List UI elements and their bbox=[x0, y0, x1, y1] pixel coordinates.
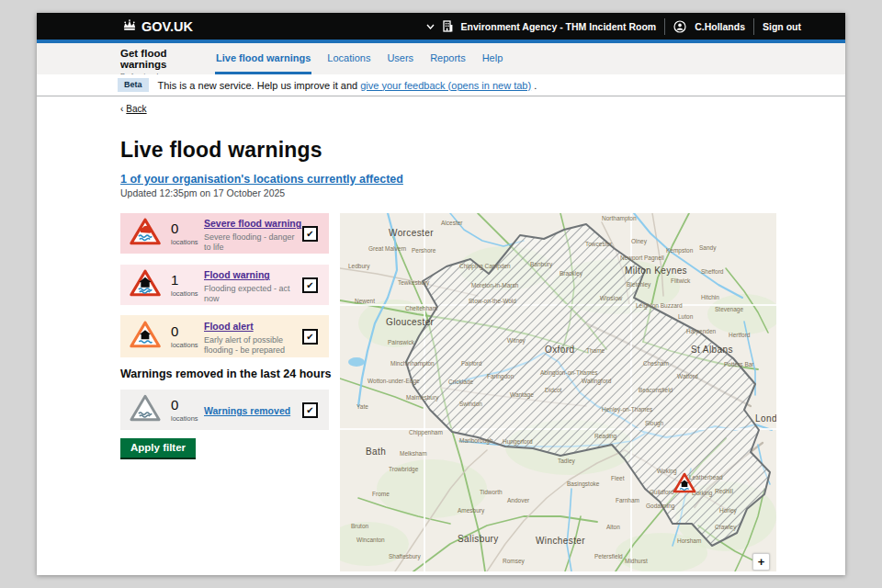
tab-users[interactable]: Users bbox=[386, 43, 414, 74]
tab-reports[interactable]: Reports bbox=[429, 43, 467, 74]
map-town-label: Minchinhampton bbox=[390, 360, 435, 368]
flood-alert-link[interactable]: Flood alert bbox=[204, 321, 254, 332]
tab-locations[interactable]: Locations bbox=[326, 43, 371, 74]
map-town-label: Wotton-under-Edge bbox=[368, 378, 420, 385]
severe-filter-checkbox[interactable]: ✔ bbox=[302, 226, 318, 242]
apply-filter-button[interactable]: Apply filter bbox=[120, 438, 196, 458]
header-divider bbox=[664, 18, 665, 35]
removed-count: 0 bbox=[171, 397, 178, 413]
map-town-label: Fleet bbox=[611, 475, 625, 481]
warnings-removed-link[interactable]: Warnings removed bbox=[204, 405, 290, 416]
chevron-down-icon[interactable] bbox=[426, 24, 435, 29]
alert-filter-checkbox[interactable]: ✔ bbox=[302, 329, 318, 345]
map-town-label: Crawley bbox=[715, 524, 737, 531]
map-town-label: Godalming bbox=[646, 503, 675, 510]
map-zoom-in-button[interactable]: + bbox=[752, 553, 770, 571]
map-city-label: St Albans bbox=[691, 345, 733, 355]
map-town-label: Malmesbury bbox=[406, 394, 439, 401]
updated-timestamp: Updated 12:35pm on 17 October 2025 bbox=[120, 187, 285, 198]
map-town-label: Redhill bbox=[715, 488, 733, 494]
map-town-label: Farnham bbox=[616, 497, 639, 503]
removed-filter-checkbox[interactable]: ✔ bbox=[302, 402, 318, 418]
tab-help[interactable]: Help bbox=[481, 43, 504, 74]
map-town-label: Alcester bbox=[441, 220, 463, 226]
phase-banner: Beta This is a new service. Help us impr… bbox=[37, 74, 845, 96]
flood-map[interactable]: AlcesterGreat MalvernPershoreLedburyTewk… bbox=[340, 213, 776, 571]
map-town-label: Newport Pagnell bbox=[620, 254, 664, 262]
map-town-label: Moreton-in-Marsh bbox=[471, 282, 519, 288]
map-town-label: Great Malvern bbox=[368, 245, 407, 252]
govuk-logo[interactable]: GOV.UK bbox=[122, 19, 193, 34]
map-town-label: Amesbury bbox=[458, 507, 485, 514]
map-city-label: Bath bbox=[366, 447, 386, 457]
alert-count: 0 bbox=[171, 323, 178, 339]
severe-description: Severe flooding - danger to life bbox=[204, 232, 296, 252]
map-town-label: Thame bbox=[586, 347, 605, 354]
map-city-label: Salisbury bbox=[458, 534, 499, 544]
map-town-label: Horsham bbox=[677, 537, 701, 544]
map-town-label: Shefford bbox=[701, 268, 724, 275]
map-town-label: Stow-on-the-Wold bbox=[469, 298, 516, 304]
map-town-label: Witney bbox=[507, 337, 526, 345]
map-town-label: Brackley bbox=[560, 270, 583, 277]
map-town-label: Melksham bbox=[400, 450, 427, 457]
map-town-label: Sandy bbox=[699, 244, 717, 252]
feedback-link[interactable]: give your feedback (opens in new tab) bbox=[360, 80, 531, 91]
organisation-icon bbox=[443, 20, 453, 32]
tab-live-flood-warnings[interactable]: Live flood warnings bbox=[215, 43, 311, 74]
map-town-label: Midhurst bbox=[625, 558, 648, 564]
map-town-label: Chesham bbox=[643, 360, 669, 367]
map-city-label: Gloucester bbox=[386, 317, 435, 327]
map-town-label: Northampton bbox=[602, 215, 637, 222]
flood-warning-icon bbox=[130, 268, 161, 301]
map-town-label: Hertford bbox=[729, 332, 751, 338]
browser-page: GOV.UK Environment Agency - THM Incident… bbox=[37, 13, 845, 575]
govuk-logo-text: GOV.UK bbox=[141, 19, 193, 34]
map-town-label: Basingstoke bbox=[567, 481, 600, 488]
flood-alert-icon bbox=[130, 320, 161, 353]
map-town-label: Leatherhead bbox=[689, 474, 723, 481]
severe-flood-warning-icon bbox=[130, 217, 161, 250]
severe-flood-warning-link[interactable]: Severe flood warning bbox=[204, 218, 301, 229]
map-town-label: Henley-on-Thames bbox=[602, 406, 653, 413]
map-town-label: Tadley bbox=[558, 458, 576, 465]
alert-count-label: locations bbox=[171, 341, 198, 349]
map-town-label: Didcot bbox=[545, 387, 562, 393]
map-town-label: Potters Bar bbox=[724, 361, 754, 368]
phase-banner-text: This is a new service. Help us improve i… bbox=[158, 80, 537, 91]
map-town-label: Bruton bbox=[351, 523, 369, 529]
organisation-label[interactable]: Environment Agency - THM Incident Room bbox=[461, 21, 657, 32]
warning-filter-checkbox[interactable]: ✔ bbox=[302, 277, 318, 293]
user-name[interactable]: C.Hollands bbox=[695, 21, 745, 32]
warning-count: 1 bbox=[171, 272, 178, 288]
map-town-label: Winslow bbox=[600, 295, 623, 301]
map-town-label: Wallingford bbox=[582, 378, 612, 385]
map-town-label: Banbury bbox=[530, 261, 553, 268]
sign-out-link[interactable]: Sign out bbox=[763, 21, 801, 32]
alert-description: Early alert of possible flooding - be pr… bbox=[204, 335, 296, 355]
map-town-label: Leighton Buzzard bbox=[636, 302, 683, 310]
map-city-label: London bbox=[755, 413, 776, 424]
back-link[interactable]: Back bbox=[126, 104, 146, 114]
map-town-label: Horley bbox=[719, 507, 738, 514]
removed-warnings-heading: Warnings removed in the last 24 hours bbox=[120, 368, 341, 380]
map-town-label: Wincanton bbox=[356, 537, 385, 543]
header-divider bbox=[753, 18, 754, 35]
warnings-removed-icon bbox=[130, 393, 161, 426]
map-town-label: Towcester bbox=[585, 241, 613, 247]
map-city-label: Milton Keynes bbox=[625, 266, 687, 276]
map-town-label: Watford bbox=[677, 373, 698, 379]
service-name[interactable]: Get flood warnings bbox=[120, 48, 215, 70]
map-lake bbox=[348, 357, 365, 367]
flood-warning-link[interactable]: Flood warning bbox=[204, 269, 270, 280]
map-town-label: Reading bbox=[594, 433, 617, 440]
map-town-label: Alton bbox=[606, 524, 620, 530]
map-town-label: Pershore bbox=[412, 247, 436, 254]
map-town-label: Abingdon-on-Thames bbox=[540, 369, 598, 377]
map-town-label: Swindon bbox=[459, 401, 482, 407]
map-town-label: Marlborough bbox=[459, 437, 493, 445]
map-town-label: Chippenham bbox=[409, 429, 443, 436]
map-city-label: Winchester bbox=[536, 536, 585, 546]
affected-locations-link[interactable]: 1 of your organisation's locations curre… bbox=[120, 173, 403, 186]
flood-alert-card: 0locations Flood alertEarly alert of pos… bbox=[120, 315, 329, 357]
